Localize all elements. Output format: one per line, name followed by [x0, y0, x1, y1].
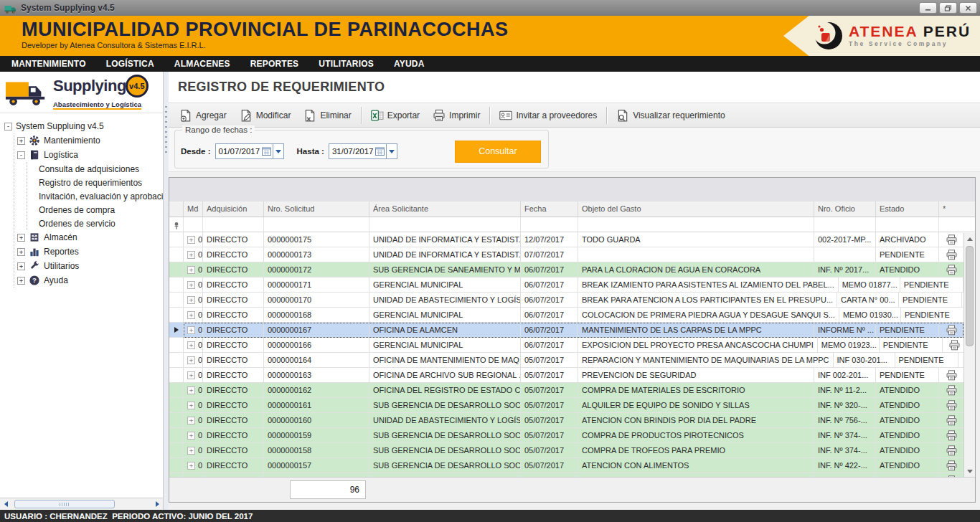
scroll-down-button[interactable]	[964, 465, 975, 477]
table-row[interactable]: +01DIRECCTO0000000158SUB GERENCIA DE DES…	[169, 443, 963, 458]
invitar-a-proveedores-button[interactable]: Invitar a proveedores	[493, 105, 603, 125]
expand-node-button[interactable]: +	[17, 248, 25, 256]
restore-button[interactable]	[939, 2, 957, 14]
table-row[interactable]: +01DIRECCTO0000000162OFICINA DEL REGISTR…	[169, 383, 963, 398]
row-expand-button[interactable]: +	[187, 281, 195, 289]
filter-cell-estado[interactable]	[876, 217, 939, 232]
expand-node-button[interactable]: +	[17, 262, 25, 270]
column-header-adquisicion[interactable]: Adquisición	[203, 201, 264, 217]
print-button[interactable]	[943, 247, 960, 262]
print-button[interactable]	[943, 323, 960, 337]
table-row[interactable]: +01DIRECCTO0000000173UNIDAD DE INFORMATI…	[169, 247, 963, 262]
grid-vertical-scrollbar[interactable]	[963, 233, 975, 477]
sidebar-item-logistica[interactable]: -Logística	[17, 148, 163, 162]
print-button[interactable]	[943, 428, 960, 442]
row-expand-button[interactable]: +	[187, 386, 195, 394]
column-header-fecha[interactable]: Fecha	[521, 201, 578, 217]
scroll-right-button[interactable]	[151, 498, 163, 510]
filter-cell-area-solicitante[interactable]	[369, 217, 521, 232]
filter-cell-star[interactable]	[939, 217, 963, 232]
filter-cell-nro-oficio[interactable]	[814, 217, 876, 232]
scrollbar-thumb[interactable]	[14, 500, 115, 508]
agregar-button[interactable]: Agregar	[173, 105, 233, 125]
print-button[interactable]	[943, 443, 960, 457]
expand-node-button[interactable]: +	[17, 277, 25, 285]
menu-item-reportes[interactable]: REPORTES	[240, 56, 309, 72]
sidebar-item-system-suppluing-v4-5[interactable]: -System Suppluing v4.5	[4, 119, 163, 133]
print-button[interactable]	[943, 383, 960, 397]
row-expand-button[interactable]: +	[187, 251, 195, 259]
filter-cell-md[interactable]	[184, 217, 203, 232]
table-row[interactable]: +01DIRECCTO0000000170UNIDAD DE ABASTECIM…	[169, 293, 963, 308]
table-row[interactable]: +01DIRECCTO0000000160UNIDAD DE ABASTECIM…	[169, 413, 963, 428]
to-date-dropdown-button[interactable]	[386, 144, 397, 158]
column-header-nro-solicitud[interactable]: Nro. Solicitud	[264, 201, 369, 217]
sidebar-item-reportes[interactable]: +Reportes	[17, 245, 163, 259]
row-expand-button[interactable]: +	[187, 447, 195, 455]
menu-item-mantenimiento[interactable]: MANTENIMIENTO	[1, 56, 96, 72]
column-header-objeto-del-gasto[interactable]: Objeto del Gasto	[578, 201, 814, 217]
menu-item-ayuda[interactable]: AYUDA	[384, 56, 435, 72]
table-row[interactable]: +01DIRECCTO0000000171GERENCIAL MUNICIPAL…	[169, 277, 963, 293]
filter-cell-fecha[interactable]	[521, 217, 578, 232]
minimize-button[interactable]	[919, 2, 937, 14]
table-row[interactable]: +01DIRECCTO0000000168GERENCIAL MUNICIPAL…	[169, 308, 963, 323]
table-row[interactable]: +01DIRECCTO0000000172SUB GERENCIA DE SAN…	[169, 262, 963, 277]
column-header-md[interactable]: Md	[184, 201, 203, 217]
print-button[interactable]	[943, 232, 960, 247]
column-header-area-solicitante[interactable]: Área Solicitante	[369, 201, 521, 217]
row-expand-button[interactable]: +	[187, 402, 195, 409]
row-expand-button[interactable]: +	[187, 356, 195, 364]
table-row[interactable]: +01DIRECCTO0000000167OFICINA DE ALAMCEN0…	[169, 323, 963, 338]
row-expand-button[interactable]: +	[187, 432, 195, 440]
row-expand-button[interactable]: +	[187, 266, 195, 274]
menu-item-logistica[interactable]: LOGÍSTICA	[96, 56, 164, 72]
row-expand-button[interactable]: +	[187, 236, 195, 244]
scroll-left-button[interactable]	[0, 498, 11, 510]
sidebar-item-consulta-de-adquisiciones[interactable]: Consulta de adquisiciones	[30, 162, 163, 176]
row-expand-button[interactable]: +	[187, 341, 195, 349]
print-button[interactable]	[946, 338, 963, 352]
table-row[interactable]: +01DIRECCTO0000000157SUB GERENCIA DE DES…	[169, 458, 963, 473]
expand-node-button[interactable]: +	[17, 137, 25, 145]
imprimir-button[interactable]: Imprimir	[426, 105, 486, 125]
exportar-button[interactable]: Exportar	[364, 105, 426, 125]
row-expand-button[interactable]: +	[187, 296, 195, 304]
row-expand-button[interactable]: +	[187, 326, 195, 334]
from-date-input[interactable]: 01/07/2017	[215, 143, 284, 159]
sidebar-horizontal-scrollbar[interactable]	[0, 498, 163, 510]
grid-filter-row[interactable]	[169, 217, 975, 232]
sidebar-item-ordenes-de-compra[interactable]: Ordenes de compra	[30, 203, 163, 217]
print-button[interactable]	[943, 413, 960, 427]
sidebar-item-mantenimiento[interactable]: +Mantenimiento	[17, 133, 163, 148]
table-row[interactable]: +01DIRECCTO0000000163OFICINA DE ARCHIVO …	[169, 368, 963, 383]
collapse-node-button[interactable]: -	[4, 123, 12, 130]
from-date-dropdown-button[interactable]	[273, 144, 283, 158]
scroll-up-button[interactable]	[964, 233, 975, 245]
print-button[interactable]	[943, 398, 960, 412]
print-button[interactable]	[943, 458, 960, 473]
consultar-button[interactable]: Consultar	[455, 141, 541, 163]
to-date-input[interactable]: 31/07/2017	[329, 143, 397, 159]
sidebar-item-ordenes-de-servicio[interactable]: Ordenes de servicio	[30, 217, 163, 230]
row-expand-button[interactable]: +	[187, 417, 195, 424]
sidebar-item-almacen[interactable]: +Almacén	[17, 230, 163, 245]
modificar-button[interactable]: Modificar	[233, 105, 298, 125]
close-button[interactable]	[959, 2, 977, 14]
sidebar-item-registro-de-requerimientos[interactable]: Registro de requerimientos	[30, 176, 163, 189]
menu-item-almacenes[interactable]: ALMACENES	[164, 56, 240, 72]
table-row[interactable]: +01DIRECCTO0000000161SUB GERENCIA DE DES…	[169, 398, 963, 413]
row-expand-button[interactable]: +	[187, 311, 195, 319]
column-header-star[interactable]: *	[939, 201, 963, 217]
eliminar-button[interactable]: Eliminar	[297, 105, 357, 125]
expand-node-button[interactable]: +	[17, 234, 25, 242]
table-row[interactable]: +01DIRECCTO0000000175UNIDAD DE INFORMATI…	[169, 232, 963, 247]
sidebar-item-utilitarios[interactable]: +Utilitarios	[17, 259, 163, 273]
column-header-estado[interactable]: Estado	[876, 201, 939, 217]
menu-item-utilitarios[interactable]: UTILITARIOS	[308, 56, 384, 72]
table-row[interactable]: +01DIRECCTO0000000159SUB GERENCIA DE DES…	[169, 428, 963, 443]
panel-splitter[interactable]	[164, 72, 169, 510]
row-expand-button[interactable]: +	[187, 371, 195, 379]
print-button[interactable]	[943, 262, 960, 277]
record-count-box[interactable]: 96	[290, 480, 366, 499]
